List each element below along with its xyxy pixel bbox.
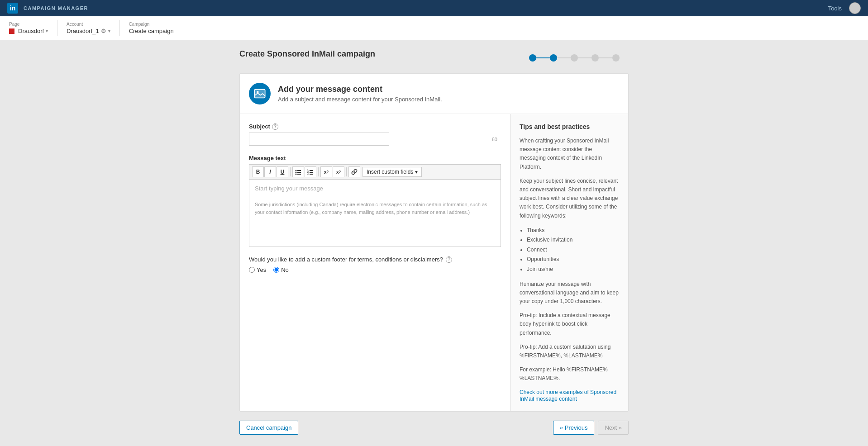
- card-subtitle: Add a subject and message content for yo…: [278, 96, 442, 103]
- page-name: Drausdorf: [18, 28, 44, 34]
- header-text: Add your message content Add a subject a…: [278, 85, 442, 103]
- app-title: CAMPAIGN MANAGER: [24, 5, 88, 11]
- card-header: Add your message content Add a subject a…: [240, 74, 628, 114]
- page-dot-icon: [9, 28, 14, 34]
- insert-dropdown-icon: ▾: [415, 169, 418, 175]
- message-group: Message text B I U 1.2.3.: [249, 155, 501, 247]
- tips-title: Tips and best practices: [520, 123, 619, 130]
- header-icon: [249, 83, 271, 104]
- message-label: Message text: [249, 155, 501, 161]
- breadcrumb-account-label: Account: [67, 22, 110, 27]
- toolbar-separator-3: [346, 167, 347, 176]
- svg-rect-3: [297, 170, 301, 171]
- breadcrumb-campaign: Campaign Create campaign: [129, 20, 183, 36]
- main-content: Add your message content Add a subject a…: [230, 73, 638, 412]
- message-area[interactable]: Start typing your message Some jurisdict…: [249, 179, 501, 247]
- step-line-4: [599, 57, 612, 58]
- svg-rect-7: [297, 174, 301, 175]
- title-suffix: campaign: [335, 49, 375, 58]
- image-icon: [253, 87, 266, 100]
- footer-yes-radio[interactable]: [249, 267, 255, 273]
- tips-link[interactable]: Check out more examples of Sponsored InM…: [520, 389, 616, 402]
- subject-help-icon[interactable]: ?: [272, 123, 278, 130]
- breadcrumb-page-label: Page: [9, 22, 48, 27]
- cancel-campaign-button[interactable]: Cancel campaign: [239, 421, 298, 435]
- card-title: Add your message content: [278, 85, 442, 94]
- top-row: Create Sponsored InMail campaign: [230, 40, 638, 66]
- subject-label: Subject ?: [249, 123, 501, 130]
- breadcrumb-campaign-value: Create campaign: [129, 28, 174, 34]
- breadcrumb-page-value[interactable]: Drausdorf ▾: [9, 28, 48, 34]
- tips-keyword-list: Thanks Exclusive invitation Connect Oppo…: [527, 226, 619, 275]
- footer-no-radio[interactable]: [273, 267, 279, 273]
- bullet-list-icon: [295, 169, 301, 175]
- footer-radio-group: Yes No: [249, 266, 501, 273]
- previous-button[interactable]: « Previous: [553, 421, 594, 435]
- numbered-list-icon: 1.2.3.: [307, 169, 314, 175]
- footer-help-icon[interactable]: ?: [446, 256, 452, 263]
- tools-link[interactable]: Tools: [828, 5, 842, 12]
- insert-custom-fields-button[interactable]: Insert custom fields ▾: [362, 167, 422, 177]
- svg-rect-9: [310, 170, 313, 171]
- top-navigation: in CAMPAIGN MANAGER Tools: [0, 0, 868, 16]
- breadcrumb-bar: Page Drausdorf ▾ Account Drausdorf_1 ⚙ ▾…: [0, 16, 868, 40]
- user-avatar[interactable]: [849, 2, 861, 14]
- next-button: Next »: [598, 421, 629, 435]
- nav-buttons: « Previous Next »: [553, 421, 629, 435]
- link-button[interactable]: [348, 166, 360, 177]
- tip-5: Pro-tip: Add a custom salutation using %…: [520, 343, 619, 360]
- subject-input-wrapper: 60: [249, 133, 501, 146]
- footer-yes-label[interactable]: Yes: [249, 266, 266, 273]
- message-inner[interactable]: Start typing your message Some jurisdict…: [249, 179, 501, 247]
- step-5: [612, 54, 620, 62]
- message-hint: Some jurisdictions (including Canada) re…: [249, 197, 501, 221]
- keyword-4: Opportunities: [527, 255, 619, 265]
- message-placeholder: Start typing your message: [249, 180, 501, 197]
- svg-rect-0: [254, 90, 265, 98]
- bold-button[interactable]: B: [252, 166, 264, 177]
- breadcrumb-page: Page Drausdorf ▾: [9, 20, 57, 36]
- card-body: Subject ? 60 Message text B: [240, 114, 628, 411]
- step-4: [591, 54, 599, 62]
- keyword-1: Thanks: [527, 226, 619, 236]
- step-3: [571, 54, 578, 62]
- footer-no-label[interactable]: No: [273, 266, 289, 273]
- message-toolbar: B I U 1.2.3. x2 x2: [249, 164, 501, 179]
- form-section: Subject ? 60 Message text B: [240, 114, 510, 411]
- tip-2: Keep your subject lines concise, relevan…: [520, 177, 619, 220]
- italic-button[interactable]: I: [264, 166, 276, 177]
- svg-point-2: [296, 170, 297, 171]
- subject-group: Subject ? 60: [249, 123, 501, 146]
- svg-rect-13: [310, 174, 313, 175]
- keyword-3: Connect: [527, 245, 619, 255]
- svg-rect-11: [310, 172, 313, 173]
- bullet-list-button[interactable]: [292, 166, 304, 177]
- keyword-2: Exclusive invitation: [527, 235, 619, 245]
- subject-input[interactable]: [249, 133, 389, 146]
- breadcrumb-campaign-label: Campaign: [129, 22, 174, 27]
- underline-button[interactable]: U: [277, 166, 288, 177]
- account-settings-icon[interactable]: ⚙: [101, 28, 106, 34]
- nav-left: in CAMPAIGN MANAGER: [7, 3, 88, 14]
- footer-question-text: Would you like to add a custom footer fo…: [249, 256, 501, 263]
- step-1: [529, 54, 536, 62]
- subject-char-count: 60: [492, 137, 497, 142]
- bottom-actions: Cancel campaign « Previous Next »: [230, 421, 638, 435]
- tip-1: When crafting your Sponsored InMail mess…: [520, 137, 619, 171]
- toolbar-separator-2: [318, 167, 319, 176]
- numbered-list-button[interactable]: 1.2.3.: [305, 166, 316, 177]
- tips-section: Tips and best practices When crafting yo…: [510, 114, 628, 411]
- step-line-2: [557, 57, 571, 58]
- svg-point-4: [296, 172, 297, 173]
- page-title: Create Sponsored InMail campaign: [239, 49, 375, 59]
- nav-right: Tools: [828, 2, 861, 14]
- tip-4: Pro-tip: Include a contextual message bo…: [520, 311, 619, 337]
- svg-point-6: [296, 174, 297, 175]
- main-card: Add your message content Add a subject a…: [239, 73, 629, 412]
- tip-6: For example: Hello %FIRSTNAME% %LASTNAME…: [520, 365, 619, 383]
- title-prefix: Create: [239, 49, 267, 58]
- title-bold: Sponsored InMail: [267, 49, 335, 58]
- subscript-button[interactable]: x2: [333, 166, 344, 177]
- superscript-button[interactable]: x2: [320, 166, 332, 177]
- page-footer: LinkedIn Corporation © 2017 Help Center …: [0, 442, 868, 446]
